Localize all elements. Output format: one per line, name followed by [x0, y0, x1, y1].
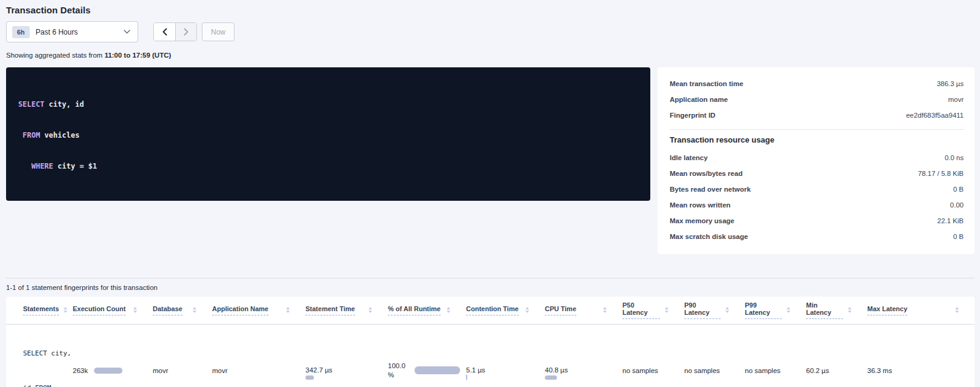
database-cell: movr [153, 324, 212, 387]
summary-row-application-name: Application name movr [670, 92, 964, 107]
sort-icon[interactable] [364, 307, 372, 313]
column-header-database[interactable]: Database [153, 297, 212, 324]
execution-count-cell: 263k [73, 324, 153, 387]
max-latency-cell: 36.3 ms [867, 324, 975, 387]
column-header-min-latency[interactable]: Min Latency [806, 297, 867, 324]
statements-table: Statements Execution Count Database Appl… [6, 297, 975, 387]
statement-row: SELECT city, id FROM… 263k movr movr 342… [6, 324, 975, 387]
column-header-application-name[interactable]: Application Name [212, 297, 305, 324]
contention-time-cell: 5.1 µs [466, 324, 545, 387]
resource-usage-heading: Transaction resource usage [670, 135, 964, 144]
summary-value: ee2df683f5aa9411 [906, 112, 964, 119]
column-header-cpu-time[interactable]: CPU Time [545, 297, 622, 324]
aggregated-stats-range: Showing aggregated stats from 11:00 to 1… [6, 52, 974, 59]
resource-value: 22.1 KiB [938, 217, 964, 224]
sort-icon[interactable] [721, 307, 729, 313]
sort-icon[interactable] [782, 307, 790, 313]
summary-value: movr [948, 96, 964, 103]
sql-line: FROM vehicles [18, 130, 638, 141]
time-nav-group [153, 22, 197, 41]
sort-icon[interactable] [128, 307, 137, 313]
p90-latency-cell: no samples [684, 324, 745, 387]
resource-label: Idle latency [670, 154, 708, 161]
sql-text: vehicles [40, 131, 79, 140]
resource-row-bytes-read-over-network: Bytes read over network 0 B [670, 181, 964, 197]
sql-text: city = $1 [53, 162, 97, 170]
statement-text-line2: id FROM… [23, 382, 67, 387]
range-prefix: Showing aggregated stats from [6, 52, 104, 59]
chevron-down-icon [124, 30, 130, 34]
pct-of-all-runtime-value: 100.0 % [388, 362, 410, 380]
column-header-p50-latency[interactable]: P50 Latency [622, 297, 684, 324]
statement-text-line1: SELECT city, [23, 348, 67, 359]
summary-row-fingerprint-id: Fingerprint ID ee2df683f5aa9411 [670, 107, 964, 123]
transaction-sql-box: SELECT city, id FROM vehicles WHERE city… [6, 67, 650, 201]
sort-icon[interactable] [442, 307, 450, 313]
resource-value: 78.17 / 5.8 KiB [918, 170, 964, 177]
sort-icon[interactable] [281, 307, 290, 313]
sort-icon[interactable] [950, 307, 959, 313]
statement-cell[interactable]: SELECT city, id FROM… [6, 324, 73, 387]
p99-latency-cell: no samples [745, 324, 806, 387]
statement-time-value: 342.7 µs [305, 366, 333, 375]
summary-row-mean-transaction-time: Mean transaction time 386.3 µs [670, 76, 964, 92]
sort-icon[interactable] [521, 307, 529, 313]
column-header-execution-count[interactable]: Execution Count [73, 297, 153, 324]
pct-of-all-runtime-bar [415, 366, 460, 374]
now-button[interactable]: Now [202, 22, 235, 41]
resource-label: Max scratch disk usage [670, 233, 748, 240]
resource-label: Bytes read over network [670, 186, 751, 193]
resource-row-max-scratch-disk-usage: Max scratch disk usage 0 B [670, 229, 964, 244]
chevron-right-icon [184, 28, 188, 36]
page-header: Transaction Details 6h Past 6 Hours [0, 0, 980, 59]
resource-value: 0.00 [950, 201, 964, 209]
resource-label: Mean rows written [670, 201, 730, 209]
execution-count-value: 263k [73, 367, 88, 374]
statements-table-card: Statements Execution Count Database Appl… [6, 297, 975, 387]
p50-latency-cell: no samples [622, 324, 684, 387]
column-header-p90-latency[interactable]: P90 Latency [684, 297, 745, 324]
sort-icon[interactable] [660, 307, 668, 313]
sql-text: city, id [44, 100, 84, 109]
sort-icon[interactable] [598, 307, 607, 313]
next-time-button[interactable] [175, 23, 196, 41]
summary-label: Mean transaction time [670, 80, 743, 87]
resource-row-mean-rows-written: Mean rows written 0.00 [670, 197, 964, 213]
min-latency-cell: 60.2 µs [806, 324, 867, 387]
transaction-summary-card: Mean transaction time 386.3 µs Applicati… [658, 67, 975, 254]
sort-icon[interactable] [188, 307, 196, 313]
sql-line: SELECT city, id [18, 99, 638, 110]
table-header-row: Statements Execution Count Database Appl… [6, 297, 975, 324]
sql-keyword: FROM [22, 131, 40, 140]
column-header-max-latency[interactable]: Max Latency [867, 297, 975, 324]
summary-label: Application name [670, 96, 728, 103]
sort-icon[interactable] [59, 307, 67, 313]
cpu-time-cell: 40.8 µs [545, 324, 622, 387]
resource-label: Max memory usage [670, 217, 735, 224]
time-controls: 6h Past 6 Hours Now [6, 21, 974, 42]
time-range-dropdown[interactable]: 6h Past 6 Hours [6, 21, 138, 42]
cpu-time-value: 40.8 µs [545, 366, 573, 375]
resource-value: 0 B [953, 233, 964, 240]
summary-value: 386.3 µs [937, 80, 964, 87]
column-header-statements[interactable]: Statements [6, 297, 73, 324]
resource-row-idle-latency: Idle latency 0.0 ns [670, 150, 964, 166]
contention-time-value: 5.1 µs [466, 366, 502, 375]
chevron-left-icon [162, 28, 167, 36]
resource-row-mean-rows-bytes-read: Mean rows/bytes read 78.17 / 5.8 KiB [670, 166, 964, 181]
column-header-statement-time[interactable]: Statement Time [305, 297, 388, 324]
prev-time-button[interactable] [154, 23, 175, 41]
execution-count-bar [94, 368, 122, 374]
summary-divider [670, 129, 964, 130]
statement-time-cell: 342.7 µs [305, 324, 388, 387]
sort-icon[interactable] [843, 307, 852, 313]
resource-label: Mean rows/bytes read [670, 170, 742, 177]
column-header-p99-latency[interactable]: P99 Latency [745, 297, 806, 324]
resource-value: 0.0 ns [945, 154, 964, 161]
sql-line: WHERE city = $1 [18, 161, 638, 172]
statement-fingerprints-count: 1-1 of 1 statement fingerprints for this… [6, 284, 974, 291]
column-header-pct-of-all-runtime[interactable]: % of All Runtime [388, 297, 466, 324]
resource-row-max-memory-usage: Max memory usage 22.1 KiB [670, 213, 964, 229]
column-header-contention-time[interactable]: Contention Time [466, 297, 545, 324]
pct-of-all-runtime-cell: 100.0 % [388, 324, 466, 387]
